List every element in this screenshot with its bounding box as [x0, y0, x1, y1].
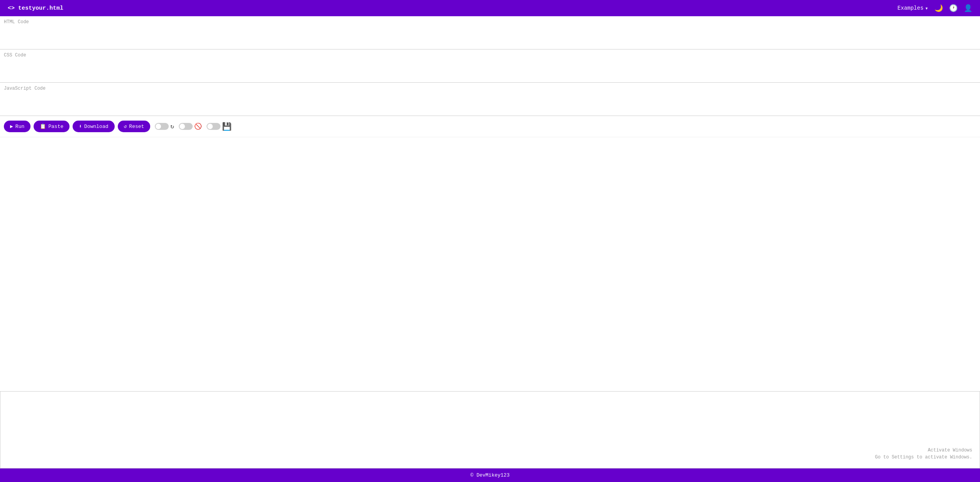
app-footer: © DevMikey123 [0, 468, 980, 482]
reset-label: Reset [129, 124, 144, 129]
css-code-input[interactable] [0, 49, 980, 82]
toolbar: ▶ Run 📋 Paste ⬇ Download ↺ Reset ↻ [0, 116, 980, 137]
main-content: ▶ Run 📋 Paste ⬇ Download ↺ Reset ↻ [0, 16, 980, 468]
reset-icon: ↺ [124, 123, 127, 129]
copyright-text: © DevMikey123 [470, 472, 509, 478]
download-icon: ⬇ [79, 123, 82, 129]
refresh-icon: ↻ [170, 123, 174, 130]
eye-slash-icon: 🚫 [194, 123, 202, 130]
toggle-group-3: 💾 [207, 122, 232, 131]
toggle-switch-1[interactable] [155, 123, 169, 130]
toggle-switch-2[interactable] [179, 123, 193, 130]
download-label: Download [84, 124, 108, 129]
dark-mode-toggle[interactable]: 🌙 [934, 5, 943, 12]
preview-frame [0, 391, 980, 468]
toggle-switch-3[interactable] [207, 123, 220, 130]
html-code-section [0, 16, 980, 49]
history-icon[interactable]: 🕐 [949, 5, 958, 12]
chevron-down-icon: ▾ [925, 5, 928, 12]
app-title: <> testyour.html [8, 5, 63, 12]
paste-icon: 📋 [40, 123, 46, 129]
toggle-slider-2 [179, 123, 193, 130]
toggle-group-1: ↻ [155, 123, 174, 130]
js-code-section [0, 83, 980, 116]
run-icon: ▶ [10, 123, 13, 129]
app-header: <> testyour.html Examples ▾ 🌙 🕐 👤 [0, 0, 980, 16]
preview-spacer [0, 137, 980, 391]
run-button[interactable]: ▶ Run [4, 121, 31, 132]
reset-button[interactable]: ↺ Reset [118, 121, 151, 132]
html-code-input[interactable] [0, 16, 980, 49]
paste-label: Paste [48, 124, 63, 129]
js-code-input[interactable] [0, 83, 980, 116]
toggle-slider-3 [207, 123, 220, 130]
run-label: Run [15, 124, 24, 129]
header-actions: Examples ▾ 🌙 🕐 👤 [897, 5, 972, 12]
download-button[interactable]: ⬇ Download [73, 121, 114, 132]
save-icon: 💾 [222, 122, 232, 131]
user-icon[interactable]: 👤 [964, 5, 972, 12]
examples-button[interactable]: Examples ▾ [897, 5, 928, 12]
css-code-section [0, 49, 980, 83]
toggle-slider-1 [155, 123, 169, 130]
examples-label: Examples [897, 5, 923, 11]
toggle-group-2: 🚫 [179, 123, 202, 130]
paste-button[interactable]: 📋 Paste [34, 121, 70, 132]
